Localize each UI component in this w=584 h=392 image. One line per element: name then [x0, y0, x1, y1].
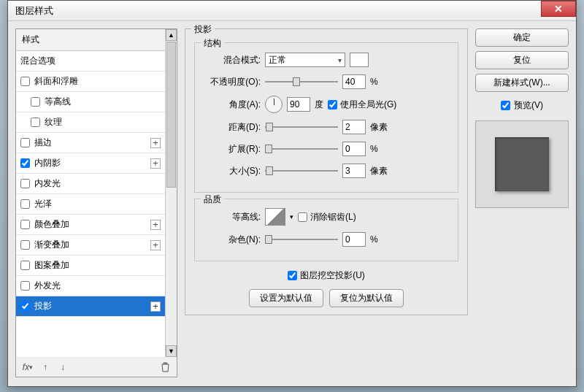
- reset-button[interactable]: 复位: [475, 51, 569, 69]
- style-item-2[interactable]: 纹理: [16, 112, 165, 133]
- style-item-label: 描边: [34, 137, 52, 149]
- style-item-label: 斜面和浮雕: [34, 75, 78, 88]
- blend-mode-select[interactable]: 正常: [265, 53, 345, 67]
- preview-checkbox[interactable]: 预览(V): [475, 99, 569, 112]
- distance-slider[interactable]: [265, 122, 338, 132]
- angle-dial[interactable]: [265, 96, 283, 113]
- scroll-up-icon[interactable]: ▲: [166, 29, 177, 41]
- move-down-icon[interactable]: ↓: [55, 361, 70, 374]
- preview-box: [475, 120, 569, 208]
- style-item-label: 图案叠加: [34, 259, 69, 272]
- style-item-checkbox[interactable]: [31, 118, 40, 127]
- style-item-checkbox[interactable]: [20, 138, 30, 147]
- trash-icon[interactable]: [158, 361, 172, 374]
- settings-panel: 投影 结构 混合模式: 正常 不透明度(O): %: [185, 28, 468, 377]
- style-item-6[interactable]: 光泽: [16, 194, 165, 215]
- new-style-button[interactable]: 新建样式(W)...: [475, 74, 569, 92]
- opacity-label: 不透明度(O):: [204, 76, 261, 88]
- style-item-label: 内阴影: [34, 157, 61, 169]
- close-button[interactable]: ✕: [541, 1, 576, 17]
- spread-input[interactable]: [342, 142, 366, 156]
- style-item-label: 光泽: [34, 198, 52, 210]
- spread-slider[interactable]: [265, 144, 338, 154]
- fx-icon[interactable]: fx▾: [20, 361, 35, 374]
- opacity-input[interactable]: [342, 74, 366, 89]
- plus-icon[interactable]: +: [150, 138, 161, 148]
- plus-icon[interactable]: +: [150, 240, 161, 250]
- blend-mode-label: 混合模式:: [204, 54, 261, 66]
- percent-unit: %: [370, 77, 378, 87]
- plus-icon[interactable]: +: [150, 158, 161, 169]
- dialog-content: 样式 混合选项 斜面和浮雕等高线纹理描边+内阴影+内发光光泽颜色叠加+渐变叠加+…: [8, 21, 576, 385]
- antialias-checkbox[interactable]: 消除锯齿(L): [298, 211, 356, 223]
- dialog-title: 图层样式: [15, 4, 53, 18]
- style-item-label: 投影: [34, 300, 52, 312]
- style-item-3[interactable]: 描边+: [16, 133, 165, 153]
- structure-group: 结构 混合模式: 正常 不透明度(O): % 角度(A):: [194, 42, 458, 193]
- noise-slider[interactable]: [265, 234, 338, 245]
- shadow-color-swatch[interactable]: [350, 53, 369, 67]
- global-light-checkbox[interactable]: 使用全局光(G): [328, 99, 396, 111]
- quality-title: 品质: [201, 193, 224, 206]
- style-item-label: 颜色叠加: [34, 218, 69, 231]
- noise-label: 杂色(N):: [204, 234, 261, 246]
- blend-options-item[interactable]: 混合选项: [16, 51, 165, 72]
- style-item-checkbox[interactable]: [20, 240, 30, 250]
- style-item-label: 外发光: [34, 280, 61, 292]
- style-item-4[interactable]: 内阴影+: [16, 153, 165, 174]
- contour-picker[interactable]: [265, 208, 285, 226]
- style-item-checkbox[interactable]: [20, 199, 30, 209]
- distance-input[interactable]: [342, 120, 366, 134]
- style-item-checkbox[interactable]: [20, 301, 30, 311]
- size-input[interactable]: [342, 164, 366, 178]
- styles-panel: 样式 混合选项 斜面和浮雕等高线纹理描边+内阴影+内发光光泽颜色叠加+渐变叠加+…: [15, 28, 177, 377]
- drop-shadow-title: 投影: [191, 23, 215, 36]
- close-icon: ✕: [554, 3, 563, 15]
- style-item-label: 纹理: [45, 116, 62, 128]
- scroll-thumb[interactable]: [166, 42, 176, 188]
- style-item-5[interactable]: 内发光: [16, 174, 165, 194]
- angle-label: 角度(A):: [204, 99, 261, 111]
- style-item-8[interactable]: 渐变叠加+: [16, 235, 165, 255]
- style-item-0[interactable]: 斜面和浮雕: [16, 72, 165, 92]
- ok-button[interactable]: 确定: [475, 28, 569, 47]
- titlebar: 图层样式 ✕: [8, 1, 576, 21]
- styles-header: 样式: [16, 29, 165, 51]
- distance-label: 距离(D):: [204, 121, 261, 134]
- scrollbar[interactable]: ▲ ▼: [165, 29, 177, 357]
- style-item-label: 等高线: [45, 96, 71, 108]
- style-item-label: 渐变叠加: [34, 239, 69, 251]
- scroll-down-icon[interactable]: ▼: [166, 345, 177, 357]
- style-item-checkbox[interactable]: [20, 158, 30, 168]
- style-item-checkbox[interactable]: [20, 281, 30, 291]
- drop-shadow-group: 投影 结构 混合模式: 正常 不透明度(O): %: [185, 28, 468, 315]
- preview-swatch: [495, 137, 549, 191]
- style-item-10[interactable]: 外发光: [16, 276, 165, 296]
- style-item-1[interactable]: 等高线: [16, 92, 165, 112]
- noise-input[interactable]: [342, 232, 366, 247]
- styles-footer: fx▾ ↑ ↓: [15, 357, 177, 377]
- style-item-9[interactable]: 图案叠加: [16, 255, 165, 276]
- style-item-7[interactable]: 颜色叠加+: [16, 215, 165, 235]
- plus-icon[interactable]: +: [150, 220, 161, 230]
- style-item-checkbox[interactable]: [20, 179, 30, 188]
- layer-style-dialog: 图层样式 ✕ 样式 混合选项 斜面和浮雕等高线纹理描边+内阴影+内发光光泽颜色叠…: [7, 0, 577, 387]
- quality-group: 品质 等高线: ▾ 消除锯齿(L) 杂色(N): %: [194, 199, 458, 261]
- angle-input[interactable]: [287, 97, 310, 112]
- style-item-11[interactable]: 投影+: [16, 296, 165, 317]
- structure-title: 结构: [201, 37, 224, 50]
- make-default-button[interactable]: 设置为默认值: [249, 289, 323, 307]
- style-item-checkbox[interactable]: [20, 220, 30, 229]
- reset-default-button[interactable]: 复位为默认值: [329, 289, 404, 307]
- style-item-checkbox[interactable]: [20, 77, 30, 86]
- style-item-label: 内发光: [34, 177, 61, 190]
- style-item-checkbox[interactable]: [20, 261, 30, 270]
- style-item-checkbox[interactable]: [31, 97, 40, 107]
- size-label: 大小(S):: [204, 165, 261, 177]
- spread-label: 扩展(R):: [204, 143, 261, 155]
- move-up-icon[interactable]: ↑: [38, 361, 53, 374]
- opacity-slider[interactable]: [265, 77, 338, 87]
- size-slider[interactable]: [265, 166, 338, 176]
- plus-icon[interactable]: +: [150, 301, 161, 312]
- knockout-checkbox[interactable]: 图层挖空投影(U): [288, 269, 365, 282]
